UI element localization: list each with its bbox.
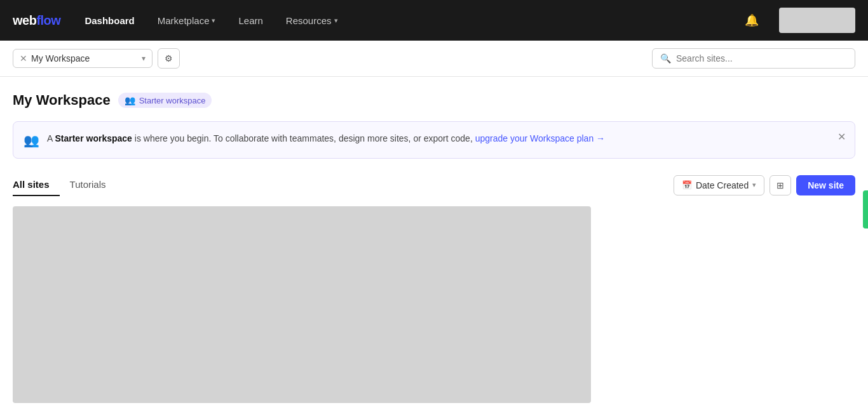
scroll-indicator [863, 190, 868, 228]
tabs-controls-row: All sites Tutorials 📅 Date Created ▾ ⊞ N… [13, 174, 855, 196]
sites-grid [13, 206, 591, 403]
marketplace-chevron-icon: ▾ [212, 17, 215, 25]
search-box[interactable]: 🔍 [652, 48, 855, 69]
workspace-chevron-icon: ▾ [142, 54, 146, 63]
badge-label: Starter workspace [139, 96, 206, 105]
info-banner: 👥 A Starter workspace is where you begin… [13, 121, 855, 159]
resources-chevron-icon: ▾ [334, 17, 338, 25]
new-site-button[interactable]: New site [796, 175, 855, 195]
nav-dashboard[interactable]: Dashboard [81, 13, 138, 29]
sort-label: Date Created [696, 180, 749, 190]
banner-users-icon: 👥 [24, 133, 39, 148]
upgrade-link[interactable]: upgrade your Workspace plan → [473, 133, 605, 143]
search-icon: 🔍 [660, 53, 671, 63]
banner-bold-text: Starter workspace [55, 133, 132, 143]
workspace-settings-button[interactable]: ⚙ [158, 48, 180, 69]
user-avatar[interactable] [779, 8, 855, 33]
banner-close-button[interactable]: ✕ [837, 131, 846, 143]
tab-all-sites[interactable]: All sites [13, 174, 60, 196]
workspace-close-icon: ✕ [20, 53, 27, 63]
workspace-title-row: My Workspace 👥 Starter workspace [13, 92, 855, 109]
nav-marketplace[interactable]: Marketplace ▾ [154, 13, 220, 29]
nav-resources[interactable]: Resources ▾ [282, 13, 342, 29]
webflow-logo[interactable]: webflow [13, 13, 60, 28]
sort-button[interactable]: 📅 Date Created ▾ [674, 175, 764, 195]
top-navigation: webflow Dashboard Marketplace ▾ Learn Re… [0, 0, 868, 41]
workspace-selector[interactable]: ✕ My Workspace ▾ [13, 49, 153, 68]
workspace-bar: ✕ My Workspace ▾ ⚙ 🔍 [0, 41, 868, 77]
notifications-bell-icon[interactable]: 🔔 [740, 11, 764, 30]
nav-learn[interactable]: Learn [234, 13, 266, 29]
controls: 📅 Date Created ▾ ⊞ New site [674, 175, 855, 195]
sort-chevron-icon: ▾ [752, 181, 756, 189]
tabs: All sites Tutorials [13, 174, 674, 196]
view-toggle-button[interactable]: ⊞ [770, 175, 791, 195]
workspace-name-label: My Workspace [31, 53, 138, 63]
banner-text: A Starter workspace is where you begin. … [47, 132, 844, 145]
page-title: My Workspace [13, 92, 111, 109]
view-toggle-icon: ⊞ [776, 180, 784, 190]
main-content: My Workspace 👥 Starter workspace 👥 A Sta… [0, 77, 868, 417]
tab-tutorials[interactable]: Tutorials [70, 174, 116, 196]
sort-icon: 📅 [682, 180, 692, 190]
starter-badge: 👥 Starter workspace [118, 93, 212, 108]
badge-users-icon: 👥 [125, 95, 135, 105]
search-input[interactable] [676, 53, 847, 63]
